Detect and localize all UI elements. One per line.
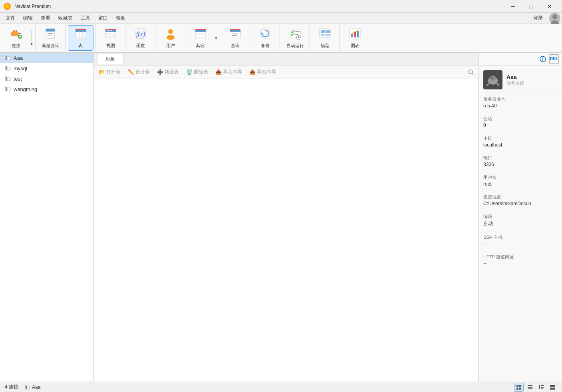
- menu-tools[interactable]: 工具: [77, 13, 94, 23]
- user-button[interactable]: 用户: [158, 25, 183, 51]
- other-icon: [194, 27, 207, 42]
- function-button[interactable]: f(x) 函数: [128, 25, 153, 51]
- info-label: 会话: [483, 116, 557, 122]
- user-avatar[interactable]: [549, 13, 560, 24]
- chart-button[interactable]: 图表: [342, 25, 368, 51]
- sidebar-item-mysql[interactable]: mysql: [0, 63, 93, 73]
- ddl-button[interactable]: DDL: [549, 54, 559, 64]
- svg-text:f(x): f(x): [136, 31, 145, 38]
- design-table-icon: ✏️: [128, 69, 134, 75]
- svg-rect-70: [516, 385, 518, 387]
- connect-icon: [10, 27, 22, 42]
- svg-point-33: [168, 29, 173, 34]
- menu-help[interactable]: 帮助: [112, 13, 129, 23]
- query-label: 查询: [231, 43, 240, 49]
- info-icon-button[interactable]: i: [538, 54, 548, 64]
- svg-point-62: [469, 70, 473, 74]
- view-button[interactable]: 视图: [98, 25, 123, 51]
- info-value: C:\Users\mikan\Docun: [483, 201, 557, 206]
- user-icon: [164, 27, 177, 42]
- sidebar: Aaa mysql test: [0, 53, 94, 382]
- svg-rect-10: [20, 36, 21, 38]
- other-dropdown-arrow[interactable]: ▼: [214, 36, 218, 40]
- toolbar-group-model: 模型: [311, 24, 340, 52]
- open-table-button: 📂 打开表: [95, 67, 124, 77]
- delete-table-label: 删除表: [194, 69, 208, 75]
- svg-line-63: [472, 73, 473, 75]
- svg-text:i: i: [542, 57, 544, 61]
- tab-object[interactable]: 对象: [97, 54, 123, 64]
- info-label: SSH 主机: [483, 234, 557, 240]
- svg-rect-54: [321, 30, 325, 33]
- svg-rect-13: [46, 31, 55, 32]
- model-icon: [319, 27, 332, 42]
- profile-info: Aaa 没有连接: [506, 74, 524, 86]
- design-table-label: 设计表: [135, 69, 150, 75]
- toolbar-group-backup: 备份: [251, 24, 280, 52]
- connect-dropdown-arrow[interactable]: ▼: [30, 42, 34, 46]
- menu-bar-right: 登录: [530, 13, 560, 24]
- autorun-icon: [289, 27, 302, 42]
- svg-rect-73: [519, 388, 521, 390]
- function-icon: f(x): [134, 27, 147, 42]
- minimize-button[interactable]: ─: [504, 0, 522, 13]
- menu-favorites[interactable]: 收藏夹: [54, 13, 77, 23]
- view-label: 视图: [106, 43, 115, 49]
- info-value: --: [483, 241, 557, 247]
- right-panel-header: i DDL: [479, 53, 562, 65]
- close-button[interactable]: ✕: [540, 0, 559, 13]
- svg-rect-61: [357, 31, 359, 37]
- info-value: root: [483, 181, 557, 187]
- new-query-button[interactable]: 新建查询: [38, 25, 64, 51]
- content-body: [94, 79, 478, 382]
- other-button[interactable]: 其它: [188, 25, 213, 51]
- import-wizard-label: 导入向导: [223, 69, 242, 75]
- connect-button[interactable]: 连接: [3, 25, 29, 51]
- content-toolbar: 📂 打开表 ✏️ 设计表 ➕ 新建表 🗑️ 删除表 📥 导入向导 📤 导出向: [94, 65, 478, 79]
- sidebar-item-wangming[interactable]: wangming: [0, 84, 93, 94]
- grid-view-button[interactable]: [514, 383, 524, 392]
- view-controls: [514, 383, 557, 392]
- list-view-button[interactable]: [525, 383, 535, 392]
- import-wizard-icon: 📥: [215, 69, 222, 75]
- sidebar-item-test[interactable]: test: [0, 73, 93, 84]
- toolbar: 连接 ▼ 新建查询: [0, 24, 562, 53]
- menu-view[interactable]: 查看: [37, 13, 54, 23]
- status-bar: 4 连接 Aaa: [0, 382, 562, 392]
- search-icon[interactable]: [465, 67, 477, 77]
- table-button[interactable]: 表: [68, 25, 93, 51]
- svg-rect-37: [195, 29, 206, 30]
- autorun-button[interactable]: 自动运行: [282, 25, 308, 51]
- info-section: 端口 3306: [479, 152, 562, 171]
- split-view-button[interactable]: [548, 383, 557, 392]
- sidebar-item-aaa[interactable]: Aaa: [0, 53, 93, 63]
- chart-label: 图表: [351, 43, 359, 49]
- detail-view-button[interactable]: [536, 383, 546, 392]
- info-label: 用户名: [483, 174, 557, 180]
- svg-point-68: [491, 77, 492, 79]
- profile-status: 没有连接: [506, 80, 524, 86]
- delete-table-icon: 🗑️: [186, 69, 193, 75]
- menu-window[interactable]: 窗口: [94, 13, 112, 23]
- info-label: 编码: [483, 214, 557, 220]
- toolbar-group-chart: 图表: [341, 24, 369, 52]
- query-button[interactable]: 查询: [222, 25, 248, 51]
- toolbar-group-query: 新建查询: [36, 24, 66, 52]
- info-sections: 服务器版本 5.5.40 会话 0 主机 localhost 端口 3306 用…: [479, 93, 562, 270]
- info-value: --: [483, 261, 557, 266]
- login-button[interactable]: 登录: [530, 14, 546, 22]
- svg-rect-25: [105, 29, 116, 30]
- svg-rect-60: [354, 32, 356, 37]
- svg-rect-76: [528, 388, 532, 389]
- new-table-label: 新建表: [165, 69, 179, 75]
- backup-button[interactable]: 备份: [252, 25, 278, 51]
- menu-edit[interactable]: 编辑: [19, 13, 37, 23]
- model-button[interactable]: 模型: [312, 25, 338, 51]
- svg-rect-22: [75, 29, 86, 30]
- info-section: 编码 自动: [479, 210, 562, 231]
- menu-file[interactable]: 文件: [2, 13, 19, 23]
- info-label: 主机: [483, 135, 557, 141]
- current-db-name: Aaa: [32, 384, 40, 390]
- maximize-button[interactable]: □: [522, 0, 540, 13]
- info-section: HTTP 隧道网址 --: [479, 251, 562, 270]
